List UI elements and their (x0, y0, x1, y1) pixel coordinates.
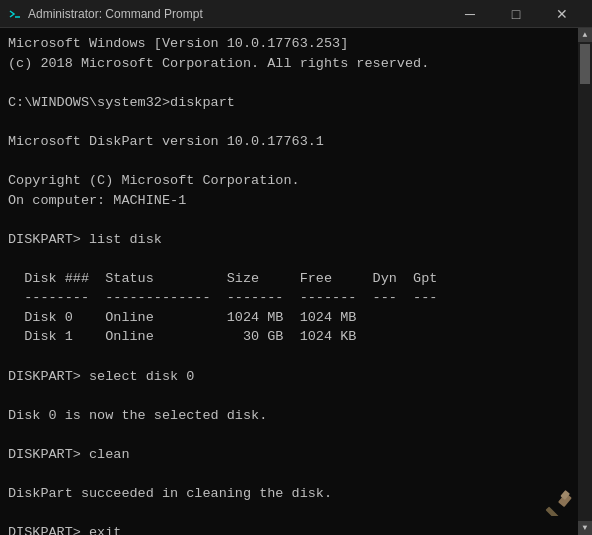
scroll-up-button[interactable]: ▲ (578, 28, 592, 42)
maximize-button[interactable]: □ (494, 0, 538, 28)
minimize-button[interactable]: ─ (448, 0, 492, 28)
command-prompt-icon (8, 7, 22, 21)
scrollbar-thumb[interactable] (580, 44, 590, 84)
close-button[interactable]: ✕ (540, 0, 584, 28)
console-output: Microsoft Windows [Version 10.0.17763.25… (8, 34, 584, 535)
title-bar-controls: ─ □ ✕ (448, 0, 584, 28)
title-bar: Administrator: Command Prompt ─ □ ✕ (0, 0, 592, 28)
title-bar-left: Administrator: Command Prompt (8, 7, 203, 21)
scroll-down-button[interactable]: ▼ (578, 521, 592, 535)
console-area[interactable]: Microsoft Windows [Version 10.0.17763.25… (0, 28, 592, 535)
title-bar-text: Administrator: Command Prompt (28, 7, 203, 21)
scrollbar[interactable]: ▲ ▼ (578, 28, 592, 535)
svg-rect-3 (546, 507, 559, 517)
scrollbar-track (578, 42, 592, 521)
hammer-icon (544, 488, 572, 523)
